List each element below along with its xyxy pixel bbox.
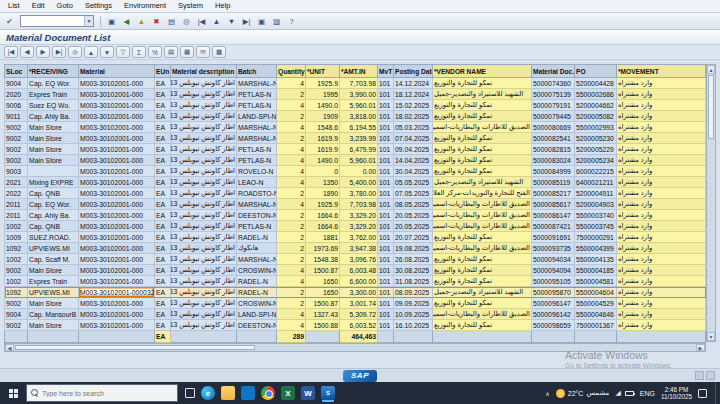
cell-eun[interactable]: EA [155,298,171,309]
cell-mov[interactable]: وارد مشتراه [617,210,706,221]
cell-amt[interactable]: 7,703.98 [340,199,378,210]
cell-mov[interactable]: وارد مشتراه [617,177,706,188]
scroll-up-icon[interactable]: ▲ [707,65,715,74]
prev-record-icon[interactable]: ◀ [20,46,34,58]
cell-unit[interactable]: 1500.88 [306,320,340,331]
cell-eun[interactable]: EA [155,78,171,89]
cell-recv[interactable]: Main Store [28,320,79,331]
cell-doc[interactable]: 5000096147 [532,298,575,309]
enter-icon[interactable]: ✔ [3,15,16,28]
table-row[interactable]: 1002Cap. Scaff M.M003-30102001-000EAاطار… [5,254,706,265]
command-dropdown-icon[interactable]: ▼ [84,16,93,26]
cell-mov[interactable]: وارد مشتراه [617,166,706,177]
cell-mvt[interactable]: 101 [378,188,394,199]
cell-mov[interactable]: وارد مشتراه [617,188,706,199]
cell-vendor[interactable]: تمكو للتجارة والتوزيع [433,111,532,122]
cell-vendor[interactable]: تمكو للتجارة والتوزيع [433,100,532,111]
cell-qty[interactable]: 2 [277,188,306,199]
cell-desc[interactable]: اطار كاوتش تيوبلس 175x70x13 [171,221,237,232]
cell-qty[interactable]: 4 [277,177,306,188]
menu-item-settings[interactable]: Settings [79,0,118,12]
cell-recv[interactable]: Cap. MansourB [28,309,79,320]
cell-recv[interactable]: Cap. Ahly Ba. [28,111,79,122]
cell-mov[interactable]: وارد مشتراه [617,254,706,265]
cell-vendor[interactable]: الصديق للاطارات والبطاريات-اسمين [433,221,532,232]
cell-desc[interactable]: اطار كاوتش تيوبلس 175x70x13 [171,265,237,276]
cell-batch[interactable]: MARSHAL-N [237,122,277,133]
cell-batch[interactable]: LEAO-N [237,177,277,188]
table-row[interactable]: 1009SUEZ.ROAD.M003-30102001-000EAاطار كا… [5,232,706,243]
cell-mvt[interactable]: 101 [378,309,394,320]
menu-item-edit[interactable]: Edit [26,0,51,12]
cell-amt[interactable]: 6,194.55 [340,122,378,133]
cell-mov[interactable]: وارد مشتراه [617,276,706,287]
cell-recv[interactable]: Cap. EQ Wor. [28,199,79,210]
cell-sloc[interactable]: 9002 [5,122,28,133]
horizontal-scroll-thumb[interactable] [15,345,255,350]
new-session-icon[interactable]: ▣ [255,15,268,28]
cell-mvt[interactable]: 101 [378,320,394,331]
cell-eun[interactable]: EA [155,111,171,122]
next-record-icon[interactable]: ▶ [36,46,50,58]
table-row[interactable]: 9002Main StoreM003-30102001-000EAاطار كا… [5,320,706,331]
total-icon[interactable]: Σ [132,46,146,58]
cell-sloc[interactable]: 2020 [5,89,28,100]
cell-po[interactable]: 5500002993 [575,122,617,133]
word-icon[interactable]: W [301,386,315,400]
cell-recv[interactable]: Main Store [28,144,79,155]
cell-unit[interactable]: 1995 [306,89,340,100]
cell-doc[interactable]: 5000085617 [532,199,575,210]
cell-recv[interactable]: Expres Train [28,276,79,287]
excel-icon[interactable]: X [281,386,295,400]
first-page-icon[interactable]: |◀ [195,15,208,28]
battery-icon[interactable] [625,391,634,396]
table-row[interactable]: 9002Main StoreM003-30102001-000EAاطار كا… [5,133,706,144]
show-desktop-button[interactable] [715,382,718,404]
cell-amt[interactable]: 6,003.52 [340,320,378,331]
cell-po[interactable]: 5200004911 [575,188,617,199]
cell-doc[interactable]: 5000096142 [532,309,575,320]
cell-qty[interactable]: 4 [277,144,306,155]
column-header-mvt[interactable]: MvT [378,65,394,78]
menu-item-system[interactable]: System [172,0,209,12]
cell-mov[interactable]: وارد مشتراه [617,199,706,210]
cell-amt[interactable]: 5,309.72 [340,309,378,320]
cell-mvt[interactable]: 101 [378,122,394,133]
table-row[interactable]: 9002Main StoreM003-30102001-000EAاطار كا… [5,144,706,155]
graphics-icon[interactable]: ▩ [212,46,226,58]
cell-sloc[interactable]: 2011 [5,210,28,221]
table-row[interactable]: 2011Cap. EQ Wor.M003-30102001-000EAاطار … [5,199,706,210]
cell-doc[interactable]: 5000091691 [532,232,575,243]
cell-vendor[interactable]: تمكو للتجارة والتوزيع [433,78,532,89]
cell-vendor[interactable]: الصديق للاطارات والبطاريات-اسمين [433,210,532,221]
cell-mov[interactable]: وارد مشتراه [617,144,706,155]
cell-mvt[interactable]: 101 [378,243,394,254]
page-down-icon[interactable]: ▼ [225,15,238,28]
cell-batch[interactable]: CROSWIN-N [237,265,277,276]
cell-qty[interactable]: 2 [277,232,306,243]
cell-mov[interactable]: وارد مشتراه [617,232,706,243]
store-icon[interactable] [241,386,255,400]
cell-qty[interactable]: 4 [277,276,306,287]
cell-vendor[interactable]: الصديق للاطارات والبطاريات-اسمين [433,309,532,320]
cell-unit[interactable]: 1327.43 [306,309,340,320]
table-row[interactable]: 2011Cap. Ahly Ba.M003-30102001-000EAاطار… [5,210,706,221]
cell-batch[interactable]: LAND-SPI-N [237,111,277,122]
cell-eun[interactable]: EA [155,144,171,155]
print-list-icon[interactable]: ▤ [164,46,178,58]
cell-vendor[interactable]: تمكو للتجارة والتوزيع [433,254,532,265]
cell-unit[interactable]: 1664.6 [306,210,340,221]
cell-qty[interactable]: 4 [277,309,306,320]
cell-doc[interactable]: 5000080669 [532,122,575,133]
cell-doc[interactable]: 5000079445 [532,111,575,122]
cell-po[interactable]: 6000022215 [575,166,617,177]
cell-desc[interactable]: اطار كاوتش تيوبلس 175x70x13 [171,188,237,199]
column-header-po[interactable]: PO [575,65,617,78]
cell-unit[interactable]: 1619.9 [306,133,340,144]
cell-eun[interactable]: EA [155,254,171,265]
table-row[interactable]: 9006Suez EQ Wo.M003-30102001-000EAاطار ك… [5,100,706,111]
cell-unit[interactable]: 0 [306,166,340,177]
cell-vendor[interactable]: تمكو للتجارة والتوزيع [433,155,532,166]
cell-qty[interactable]: 2 [277,221,306,232]
cell-doc[interactable]: 5000079191 [532,100,575,111]
